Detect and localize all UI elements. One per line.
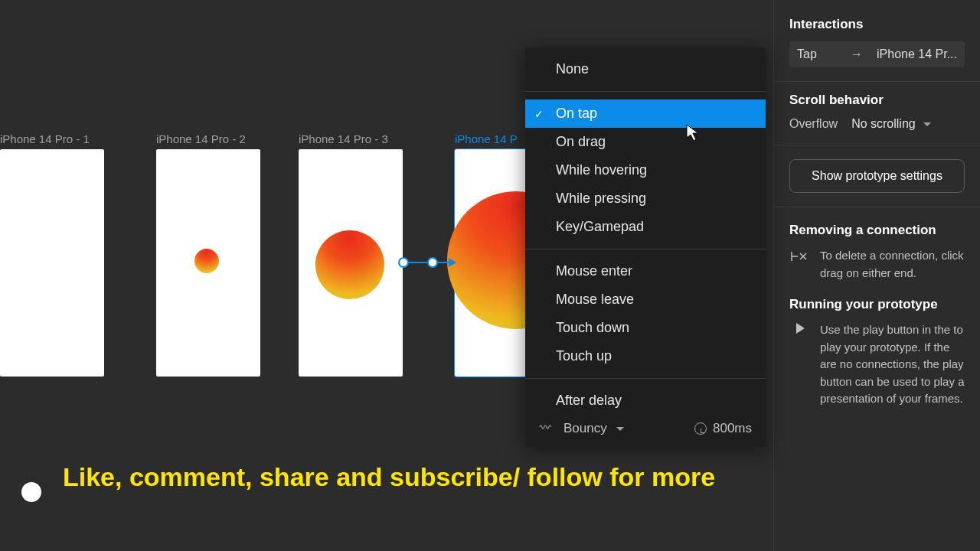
trigger-option-mouse-leave[interactable]: Mouse leave bbox=[525, 285, 766, 314]
interactions-title: Interactions bbox=[789, 17, 965, 32]
frame-label: iPhone 14 Pro - 2 bbox=[156, 132, 246, 145]
duration-field[interactable]: 800ms bbox=[694, 421, 752, 436]
help-running-title: Running your prototype bbox=[789, 297, 965, 312]
arrow-right-icon: → bbox=[851, 47, 863, 61]
trigger-option-while-pressing[interactable]: While pressing bbox=[525, 184, 766, 213]
trigger-option-none[interactable]: None bbox=[525, 55, 766, 83]
gradient-circle bbox=[194, 249, 219, 273]
dropdown-separator bbox=[525, 378, 766, 379]
interaction-row[interactable]: Tap → iPhone 14 Pr... bbox=[789, 41, 965, 67]
overflow-select[interactable]: No scrolling bbox=[851, 117, 931, 131]
help-removing-title: Removing a connection bbox=[789, 223, 965, 238]
clock-icon bbox=[694, 422, 707, 435]
connector-end-node[interactable] bbox=[427, 257, 438, 268]
delete-connection-icon bbox=[790, 249, 810, 264]
trigger-option-touch-down[interactable]: Touch down bbox=[525, 314, 766, 342]
trigger-dropdown[interactable]: None ✓ On tap On drag While hovering Whi… bbox=[525, 47, 766, 447]
show-prototype-settings-button[interactable]: Show prototype settings bbox=[789, 159, 965, 193]
connector-line bbox=[438, 262, 449, 263]
trigger-option-on-drag[interactable]: On drag bbox=[525, 128, 766, 156]
frame-label: iPhone 14 P bbox=[455, 132, 518, 145]
connector-start-node[interactable] bbox=[398, 257, 409, 268]
chevron-down-icon bbox=[923, 122, 931, 126]
trigger-option-after-delay[interactable]: After delay bbox=[525, 386, 766, 415]
trigger-option-key-gamepad[interactable]: Key/Gamepad bbox=[525, 213, 766, 241]
help-running-body: Use the play button in the to play your … bbox=[820, 321, 965, 408]
prototype-connector[interactable] bbox=[398, 257, 456, 268]
interaction-trigger: Tap bbox=[797, 47, 817, 61]
dropdown-separator bbox=[525, 91, 766, 92]
check-icon: ✓ bbox=[534, 108, 544, 120]
easing-select[interactable]: Bouncy bbox=[539, 421, 624, 436]
chevron-down-icon bbox=[616, 427, 624, 431]
frame-3[interactable]: iPhone 14 Pro - 3 bbox=[299, 149, 403, 377]
caption-bullet-icon bbox=[21, 482, 41, 502]
prototype-settings-section: Show prototype settings bbox=[774, 145, 980, 207]
help-section: Removing a connection To delete a connec… bbox=[774, 223, 980, 408]
trigger-option-on-tap[interactable]: ✓ On tap bbox=[525, 99, 766, 128]
trigger-option-mouse-enter[interactable]: Mouse enter bbox=[525, 257, 766, 285]
gradient-circle bbox=[315, 230, 384, 299]
trigger-option-touch-up[interactable]: Touch up bbox=[525, 342, 766, 370]
video-caption-overlay: Like, comment, share and subscribe/ foll… bbox=[21, 452, 715, 502]
dropdown-separator bbox=[525, 249, 766, 249]
frame-label: iPhone 14 Pro - 1 bbox=[0, 132, 90, 145]
caption-text: Like, comment, share and subscribe/ foll… bbox=[63, 460, 715, 494]
scroll-behavior-section: Scroll behavior Overflow No scrolling bbox=[774, 82, 980, 145]
overflow-label: Overflow bbox=[789, 117, 838, 131]
play-icon bbox=[796, 323, 805, 334]
frame-2[interactable]: iPhone 14 Pro - 2 bbox=[156, 149, 260, 377]
frame-1[interactable]: iPhone 14 Pro - 1 bbox=[0, 149, 104, 377]
prototype-panel: Interactions Tap → iPhone 14 Pr... Scrol… bbox=[773, 0, 980, 551]
trigger-option-while-hovering[interactable]: While hovering bbox=[525, 156, 766, 184]
interaction-target: iPhone 14 Pr... bbox=[877, 47, 957, 61]
help-removing-body: To delete a connection, click drag on ei… bbox=[820, 247, 965, 282]
animation-settings-row: Bouncy 800ms bbox=[525, 415, 766, 447]
scroll-title: Scroll behavior bbox=[789, 93, 965, 108]
connector-arrow-icon bbox=[449, 258, 456, 267]
connector-line bbox=[409, 262, 427, 263]
frame-label: iPhone 14 Pro - 3 bbox=[299, 132, 388, 145]
interactions-section: Interactions Tap → iPhone 14 Pr... bbox=[774, 6, 980, 82]
spring-icon bbox=[539, 421, 557, 436]
